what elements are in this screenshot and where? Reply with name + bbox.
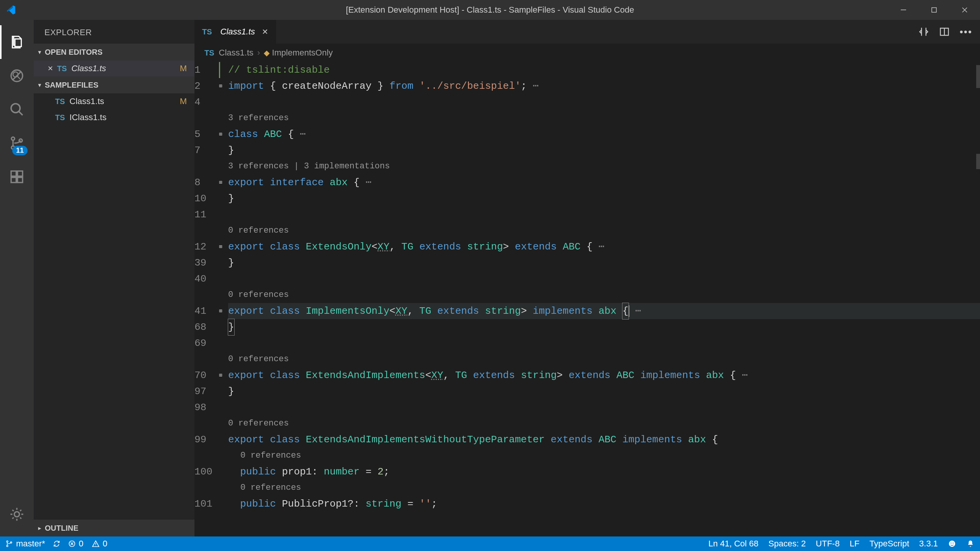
window-controls (888, 0, 980, 20)
tab-label: Class1.ts (220, 27, 255, 37)
workspace-file-item[interactable]: TS IClass1.ts (34, 109, 194, 126)
sidebar-title: EXPLORER (34, 20, 194, 44)
code-lens[interactable]: 0 references (228, 480, 301, 496)
code-lens[interactable]: 3 references (228, 110, 289, 126)
split-editor-icon[interactable] (939, 26, 950, 37)
code-content[interactable]: // tslint:disable import { createNodeArr… (228, 62, 980, 536)
fold-expand-icon[interactable]: ⊞ (219, 78, 222, 94)
modified-badge: M (180, 96, 187, 106)
fold-gutter: ⊞ ⊞ ⊞ ⊞ ⊞ (219, 62, 228, 536)
svg-point-18 (949, 541, 956, 547)
smiley-icon (948, 540, 956, 548)
error-icon (68, 540, 76, 548)
tab-close-icon[interactable]: ✕ (262, 27, 268, 36)
sidebar: EXPLORER OPEN EDITORS ✕ TS Class1.ts M S… (34, 20, 194, 536)
section-workspace[interactable]: SAMPLEFILES (34, 77, 194, 93)
vscode-logo (5, 5, 16, 15)
search-disabled-icon (9, 68, 24, 83)
git-branch-icon (5, 540, 13, 548)
code-lens[interactable]: 0 references (228, 223, 289, 239)
extensions-icon (9, 169, 24, 184)
more-icon[interactable]: ••• (960, 26, 972, 38)
fold-expand-icon[interactable]: ⊞ (219, 303, 222, 319)
svg-rect-9 (11, 178, 16, 183)
fold-expand-icon[interactable]: ⊞ (219, 174, 222, 191)
close-icon[interactable]: ✕ (47, 64, 53, 73)
warning-icon (92, 540, 100, 548)
activity-explorer[interactable] (0, 25, 34, 59)
status-notifications[interactable] (966, 540, 975, 548)
code-lens[interactable]: 3 references | 3 implementations (228, 158, 390, 174)
section-outline[interactable]: OUTLINE (34, 520, 194, 536)
workspace-file-item[interactable]: TS Class1.ts M (34, 93, 194, 109)
activity-search[interactable] (0, 59, 34, 93)
tab-class1[interactable]: TS Class1.ts ✕ (194, 20, 276, 44)
bell-icon (966, 540, 975, 548)
search-icon (9, 102, 24, 117)
fold-expand-icon[interactable]: ⊞ (219, 126, 222, 142)
status-eol[interactable]: LF (849, 539, 859, 549)
file-name: Class1.ts (72, 64, 106, 73)
svg-point-12 (14, 512, 19, 517)
status-feedback[interactable] (948, 540, 956, 548)
ts-file-icon: TS (57, 64, 67, 73)
svg-rect-8 (11, 171, 16, 176)
svg-point-19 (951, 543, 951, 543)
modified-badge: M (180, 64, 187, 73)
sync-icon (53, 540, 60, 548)
minimize-button[interactable] (888, 0, 919, 20)
ts-file-icon: TS (204, 49, 214, 57)
text-cursor (629, 305, 629, 317)
breadcrumb-symbol[interactable]: ImplementsOnly (272, 48, 333, 58)
ts-file-icon: TS (55, 97, 65, 106)
code-lens[interactable]: 0 references (228, 448, 301, 464)
status-language[interactable]: TypeScript (869, 539, 909, 549)
editor-area: TS Class1.ts ✕ ••• TS Class1.ts › ◆ Impl… (194, 20, 980, 536)
gear-icon (9, 507, 24, 522)
activity-bar: 11 (0, 20, 34, 536)
titlebar: [Extension Development Host] - Class1.ts… (0, 0, 980, 20)
code-lens[interactable]: 0 references (228, 287, 289, 303)
breadcrumb[interactable]: TS Class1.ts › ◆ ImplementsOnly (194, 44, 980, 62)
activity-scm[interactable]: 11 (0, 126, 34, 160)
ts-file-icon: TS (55, 113, 65, 122)
status-branch[interactable]: master* (5, 539, 45, 549)
ts-file-icon: TS (202, 28, 212, 36)
class-symbol-icon: ◆ (264, 48, 270, 57)
breadcrumb-file[interactable]: Class1.ts (219, 48, 253, 58)
fold-expand-icon[interactable]: ⊞ (219, 239, 222, 255)
activity-extensions[interactable] (0, 160, 34, 194)
open-editor-item[interactable]: ✕ TS Class1.ts M (34, 60, 194, 77)
svg-point-5 (11, 137, 15, 140)
fold-expand-icon[interactable]: ⊞ (219, 367, 222, 383)
code-lens[interactable]: 0 references (228, 416, 289, 432)
activity-settings[interactable] (0, 497, 34, 531)
line-gutter: 1 2 4 5 7 8 10 11 12 39 40 41 68 (194, 62, 219, 536)
status-bar: master* 0 0 Ln 41, Col 68 Spaces: 2 UTF-… (0, 536, 980, 551)
tabs-row: TS Class1.ts ✕ ••• (194, 20, 980, 44)
status-errors[interactable]: 0 0 (68, 539, 108, 549)
editor-body[interactable]: 1 2 4 5 7 8 10 11 12 39 40 41 68 (194, 62, 980, 536)
compare-icon[interactable] (918, 26, 929, 37)
status-cursor[interactable]: Ln 41, Col 68 (708, 539, 758, 549)
close-button[interactable] (949, 0, 980, 20)
svg-rect-1 (932, 8, 936, 12)
tab-actions: ••• (918, 20, 980, 44)
code-lens[interactable]: 0 references (228, 351, 289, 367)
file-name: IClass1.ts (70, 112, 107, 122)
section-open-editors[interactable]: OPEN EDITORS (34, 44, 194, 60)
status-sync[interactable] (53, 540, 60, 548)
maximize-button[interactable] (919, 0, 949, 20)
svg-point-4 (11, 104, 20, 112)
activity-search2[interactable] (0, 93, 34, 126)
svg-rect-11 (18, 171, 23, 176)
svg-point-14 (7, 541, 8, 542)
svg-point-20 (953, 543, 954, 543)
svg-point-15 (7, 545, 8, 547)
status-encoding[interactable]: UTF-8 (816, 539, 840, 549)
svg-rect-10 (18, 178, 23, 183)
scm-badge: 11 (12, 146, 28, 155)
window-title: [Extension Development Host] - Class1.ts… (346, 5, 634, 15)
status-spaces[interactable]: Spaces: 2 (768, 539, 806, 549)
status-ts-version[interactable]: 3.3.1 (919, 539, 938, 549)
